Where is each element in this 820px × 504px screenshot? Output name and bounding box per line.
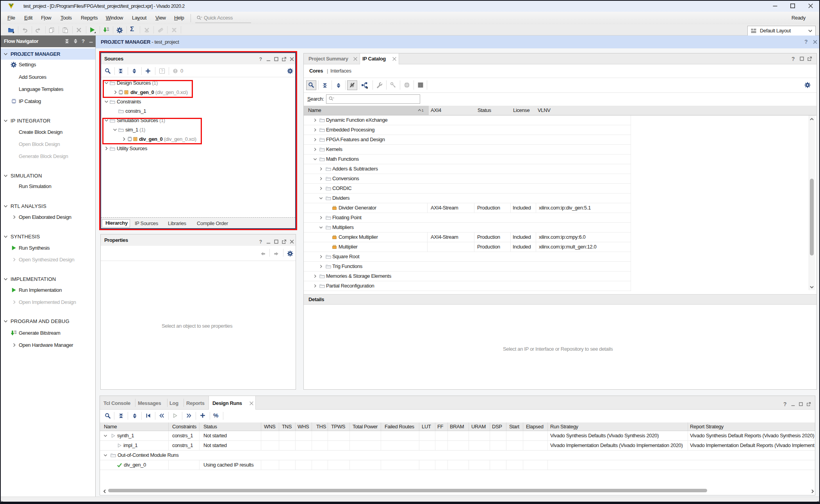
svg-text:i: i: [420, 83, 421, 87]
svg-text:?: ?: [259, 239, 262, 245]
svg-text:10: 10: [14, 332, 17, 334]
svg-text:1: 1: [422, 108, 424, 112]
svg-text:10: 10: [107, 29, 109, 31]
